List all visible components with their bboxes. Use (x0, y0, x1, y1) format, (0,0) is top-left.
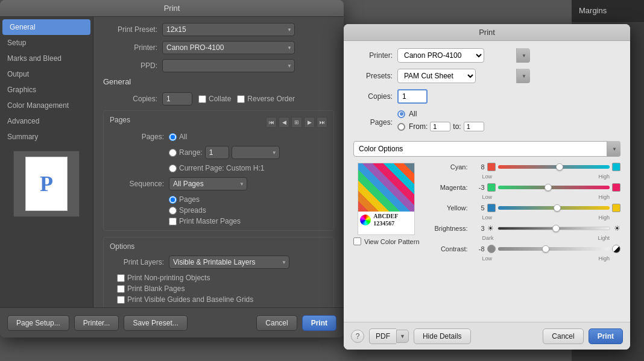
sequence-label: Sequence: (110, 180, 164, 188)
sequence-select[interactable]: All Pages (169, 177, 247, 190)
cyan-track-wrap[interactable] (498, 163, 610, 171)
nav-last[interactable]: ⏭ (317, 117, 327, 128)
sequence-select-wrap: All Pages (169, 177, 247, 190)
overlay-copies-input[interactable] (397, 89, 428, 104)
print-layers-row: Print Layers: Visible & Printable Layers (110, 256, 327, 269)
page-type-radios: Pages Spreads Print Master Pages (169, 195, 327, 225)
page-setup-button[interactable]: Page Setup... (7, 315, 69, 331)
sidebar-item-advanced[interactable]: Advanced (0, 113, 93, 129)
visible-guides-label[interactable]: Print Visible Guides and Baseline Grids (117, 295, 327, 304)
range-select[interactable] (232, 146, 280, 159)
sidebar-item-marks-bleed[interactable]: Marks and Bleed (0, 51, 93, 66)
brightness-track-wrap[interactable] (497, 224, 610, 233)
overlay-printer-select[interactable]: Canon PRO-4100 (397, 48, 484, 63)
ppd-label: PPD: (103, 61, 157, 70)
pdf-arrow-button[interactable]: ▼ (396, 330, 409, 343)
print-button-overlay[interactable]: Print (589, 328, 623, 344)
pages-radio-label[interactable]: Pages (169, 195, 327, 204)
current-page-text: Current Page: Custom H:1 (179, 164, 264, 172)
magenta-track-wrap[interactable] (498, 183, 610, 192)
pages-section: Pages ⏮ ◀ ⊞ ▶ ⏭ Pages: All (103, 110, 334, 231)
current-page-radio-label[interactable]: Current Page: Custom H:1 (169, 164, 264, 172)
cyan-label: Cyan: (426, 163, 468, 171)
spreads-radio[interactable] (169, 207, 177, 215)
collate-label[interactable]: Collate (198, 95, 231, 103)
all-radio-label[interactable]: All (169, 133, 187, 141)
printer-select[interactable]: Canon PRO-4100 (162, 41, 295, 54)
ppd-select[interactable] (162, 59, 295, 72)
pages-radio[interactable] (169, 196, 177, 204)
preview-page: P (25, 157, 68, 211)
contrast-track-wrap[interactable] (498, 245, 610, 253)
sidebar-item-summary[interactable]: Summary (0, 129, 93, 145)
all-radio[interactable] (169, 133, 177, 141)
overlay-to-input[interactable] (464, 122, 484, 131)
contrast-track (498, 247, 610, 251)
hide-details-button[interactable]: Hide Details (414, 328, 471, 344)
range-radio[interactable] (169, 149, 177, 157)
nav-next[interactable]: ▶ (304, 117, 315, 128)
overlay-presets-select[interactable]: PAM Cut Sheet (397, 69, 476, 83)
sidebar-item-general[interactable]: General (2, 19, 90, 35)
current-page-radio[interactable] (169, 165, 177, 172)
cyan-thumb (556, 163, 563, 171)
help-button[interactable]: ? (351, 330, 364, 343)
spreads-radio-label[interactable]: Spreads (169, 206, 327, 215)
visible-guides-checkbox[interactable] (117, 296, 125, 304)
overlay-printer-row: Printer: Canon PRO-4100 ▼ (353, 48, 620, 63)
print-master-text: Print Master Pages (179, 217, 241, 225)
sidebar-item-color-management[interactable]: Color Management (0, 98, 93, 113)
contrast-slider-row: Contrast: -8 (426, 245, 620, 253)
non-printing-label[interactable]: Print Non-printing Objects (117, 274, 327, 282)
view-color-checkbox[interactable] (353, 237, 361, 245)
cyan-sub: LowHigh (482, 174, 610, 180)
blank-pages-text: Print Blank Pages (127, 284, 185, 293)
range-radio-label[interactable]: Range: (169, 148, 203, 157)
range-row: Range: (110, 146, 327, 159)
print-layers-select[interactable]: Visible & Printable Layers (169, 256, 289, 269)
preview-thumbnail: ABCDEF 1234567 (358, 163, 415, 235)
color-options-select[interactable]: Color Options (353, 141, 620, 157)
nav-first[interactable]: ⏮ (266, 117, 277, 128)
overlay-from-input[interactable] (430, 122, 450, 131)
sidebar-item-setup[interactable]: Setup (0, 35, 93, 51)
pdf-button-group: PDF ▼ (369, 328, 409, 344)
ppd-row: PPD: (103, 59, 334, 72)
reverse-order-text: Reverse Order (247, 95, 295, 103)
cyan-right-swatch (612, 163, 620, 171)
blank-pages-label[interactable]: Print Blank Pages (117, 284, 327, 293)
nav-prev[interactable]: ◀ (279, 117, 289, 128)
main-content-area: Print Preset: 12x15 Printer: Canon PRO-4… (93, 17, 344, 337)
blank-pages-checkbox[interactable] (117, 285, 125, 293)
sidebar-item-graphics[interactable]: Graphics (0, 82, 93, 98)
print-button-main[interactable]: Print (302, 315, 336, 331)
overlay-all-radio[interactable] (397, 110, 405, 118)
print-master-label[interactable]: Print Master Pages (169, 217, 327, 225)
sidebar: General Setup Marks and Bleed Output Gra… (0, 17, 93, 337)
copies-input[interactable] (162, 92, 192, 105)
cancel-button-main[interactable]: Cancel (256, 315, 297, 331)
non-printing-checkbox[interactable] (117, 274, 125, 282)
cancel-button-overlay[interactable]: Cancel (543, 328, 583, 344)
range-input[interactable] (205, 146, 229, 159)
preset-select[interactable]: 12x15 (162, 23, 295, 36)
non-printing-text: Print Non-printing Objects (127, 274, 210, 282)
options-checkboxes: Print Non-printing Objects Print Blank P… (117, 274, 327, 304)
nav-page-icon[interactable]: ⊞ (291, 117, 302, 128)
reverse-order-label[interactable]: Reverse Order (237, 95, 295, 103)
preview-line2: 1234567 (373, 220, 398, 227)
overlay-dialog-title: Print (479, 28, 495, 37)
print-master-checkbox[interactable] (169, 218, 177, 225)
save-preset-button[interactable]: Save Preset... (124, 315, 187, 331)
magenta-track (498, 186, 610, 189)
pdf-button[interactable]: PDF (369, 328, 396, 344)
yellow-track-wrap[interactable] (498, 204, 610, 212)
sidebar-item-output[interactable]: Output (0, 66, 93, 82)
cyan-slider-row: Cyan: 8 (426, 163, 620, 171)
collate-checkbox[interactable] (198, 95, 206, 103)
printer-button[interactable]: Printer... (74, 315, 119, 331)
preview-p-letter: P (40, 171, 53, 196)
reverse-order-checkbox[interactable] (237, 95, 245, 103)
overlay-pages-label: Pages: (353, 118, 393, 127)
overlay-from-radio[interactable] (397, 123, 405, 131)
